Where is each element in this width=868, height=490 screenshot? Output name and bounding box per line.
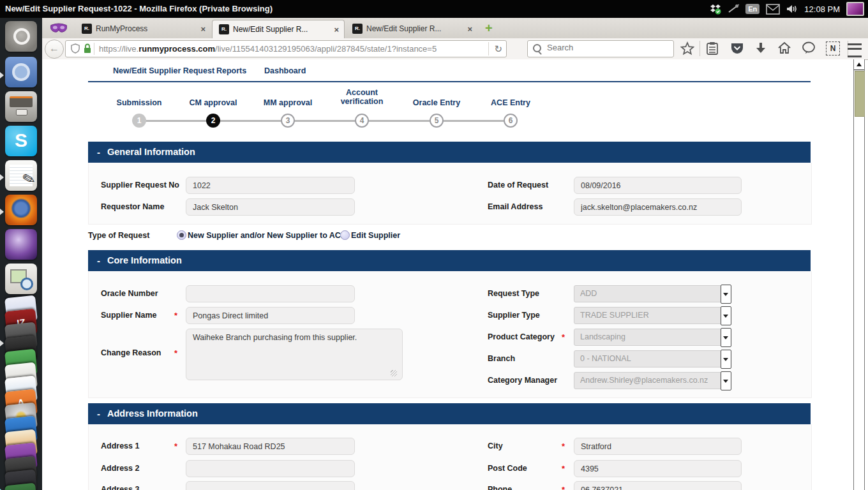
section-general-information[interactable]: - General Information bbox=[88, 142, 811, 163]
dropdown-arrow-icon[interactable] bbox=[721, 285, 731, 304]
hello-chat-icon[interactable] bbox=[802, 41, 816, 57]
supplier-name-input[interactable] bbox=[186, 307, 355, 324]
address2-input[interactable] bbox=[186, 460, 355, 477]
notes-clipper-icon[interactable]: N bbox=[826, 41, 840, 56]
product-category-select[interactable]: Landscaping bbox=[574, 329, 727, 346]
skype-icon[interactable]: S bbox=[5, 126, 37, 156]
address3-input[interactable] bbox=[186, 481, 355, 490]
section-address-information[interactable]: - Address Information bbox=[88, 403, 811, 424]
scroll-up-button[interactable] bbox=[854, 59, 864, 70]
tab-new-edit-supplier-active[interactable]: R. New/Edit Supplier R... × bbox=[212, 20, 345, 39]
bookmark-star-icon[interactable] bbox=[680, 41, 694, 58]
dropdown-arrow-icon[interactable] bbox=[721, 350, 731, 369]
collapse-icon[interactable]: - bbox=[97, 250, 100, 271]
chromium-icon[interactable] bbox=[5, 57, 37, 87]
system-tray: En 12:08 PM bbox=[710, 0, 868, 18]
request-type-select[interactable]: ADD bbox=[574, 285, 727, 302]
radio-new-supplier-label[interactable]: New Supplier and/or New Supplier to ACE bbox=[188, 231, 346, 240]
divider bbox=[94, 43, 94, 55]
network-icon[interactable] bbox=[728, 4, 739, 14]
image-viewer-icon[interactable] bbox=[5, 264, 37, 294]
bookmarks-menu-icon[interactable] bbox=[706, 41, 719, 58]
radio-new-supplier[interactable] bbox=[177, 230, 186, 240]
ubuntu-dash-icon[interactable] bbox=[5, 21, 37, 52]
city-input[interactable] bbox=[574, 438, 742, 455]
supplier-request-no-input[interactable] bbox=[186, 177, 355, 194]
step-label-oracle-entry: Oracle Entry bbox=[398, 98, 475, 107]
clock[interactable]: 12:08 PM bbox=[804, 4, 840, 14]
nav-new-edit-supplier-request[interactable]: New/Edit Supplier Request bbox=[113, 66, 214, 75]
home-icon[interactable] bbox=[777, 41, 791, 57]
textarea-resize-grip[interactable] bbox=[391, 370, 397, 376]
phone-label: Phone bbox=[488, 485, 512, 490]
dropdown-arrow-icon[interactable] bbox=[721, 306, 731, 325]
step-circle-6[interactable]: 6 bbox=[504, 114, 518, 128]
volume-icon[interactable] bbox=[786, 4, 798, 14]
dropdown-arrow-icon[interactable] bbox=[721, 371, 731, 390]
branch-select[interactable]: 0 - NATIONAL bbox=[574, 350, 727, 368]
radio-edit-supplier-label[interactable]: Edit Supplier bbox=[351, 231, 400, 240]
reload-icon[interactable]: ↻ bbox=[488, 42, 502, 56]
section-title: Core Information bbox=[107, 250, 182, 271]
keyboard-layout-indicator[interactable]: En bbox=[745, 4, 760, 14]
tab-new-edit-supplier-2[interactable]: R. New/Edit Supplier R... × bbox=[346, 20, 477, 38]
runmyprocess-favicon: R. bbox=[219, 24, 229, 34]
vertical-scrollbar[interactable] bbox=[853, 59, 865, 490]
tracking-shield-icon[interactable] bbox=[71, 43, 80, 56]
radio-edit-supplier[interactable] bbox=[340, 230, 350, 240]
step-circle-2[interactable]: 2 bbox=[206, 114, 220, 128]
collapse-icon[interactable]: - bbox=[97, 403, 100, 424]
dropbox-icon[interactable] bbox=[710, 3, 721, 15]
section-core-information[interactable]: - Core Information bbox=[88, 250, 811, 271]
category-manager-select[interactable]: Andrew.Shirley@placemakers.co.nz bbox=[574, 372, 727, 389]
back-button[interactable]: ← bbox=[45, 40, 64, 59]
collapse-icon[interactable]: - bbox=[97, 142, 100, 163]
step-circle-3[interactable]: 3 bbox=[281, 114, 295, 128]
search-box[interactable] bbox=[527, 40, 674, 57]
step-circle-4[interactable]: 4 bbox=[355, 114, 369, 128]
email-address-input[interactable] bbox=[574, 198, 742, 216]
close-tab-icon[interactable]: × bbox=[334, 25, 339, 34]
step-label-submission: Submission bbox=[101, 98, 177, 107]
running-indicator bbox=[0, 340, 4, 346]
tab-runmyprocess[interactable]: R. RunMyProcess × bbox=[75, 20, 211, 38]
firefox-icon[interactable] bbox=[5, 195, 37, 225]
downloads-icon[interactable] bbox=[754, 41, 767, 57]
url-text[interactable]: https://live.runmyprocess.com/live/11554… bbox=[99, 41, 482, 57]
messages-icon[interactable] bbox=[766, 4, 780, 15]
oracle-number-label: Oracle Number bbox=[101, 289, 158, 298]
divider bbox=[700, 41, 700, 56]
menu-button[interactable] bbox=[848, 43, 862, 57]
url-bar[interactable]: https://live.runmyprocess.com/live/11554… bbox=[65, 40, 507, 57]
post-code-input[interactable] bbox=[574, 460, 742, 477]
phone-input[interactable] bbox=[574, 481, 742, 490]
requestor-name-input[interactable] bbox=[186, 198, 355, 216]
scrollbar-thumb[interactable] bbox=[855, 71, 865, 117]
date-of-request-input[interactable] bbox=[574, 177, 742, 194]
address1-input[interactable] bbox=[186, 438, 355, 455]
new-tab-button[interactable]: + bbox=[485, 23, 493, 33]
pocket-icon[interactable] bbox=[730, 42, 744, 57]
required-marker: * bbox=[174, 442, 177, 451]
type-of-request-label: Type of Request bbox=[88, 231, 149, 240]
search-input[interactable] bbox=[546, 42, 670, 53]
file-manager-icon[interactable] bbox=[5, 91, 37, 122]
dropdown-arrow-icon[interactable] bbox=[721, 328, 731, 347]
text-editor-icon[interactable]: ✎ bbox=[5, 160, 37, 191]
change-reason-textarea[interactable]: Waiheke Branch purchasing from this supp… bbox=[186, 329, 403, 380]
required-marker: * bbox=[562, 332, 565, 342]
close-tab-icon[interactable]: × bbox=[467, 24, 472, 34]
nav-reports[interactable]: Reports bbox=[216, 66, 246, 75]
step-label-mm-approval: MM approval bbox=[250, 98, 326, 107]
oracle-number-input[interactable] bbox=[186, 285, 355, 302]
nav-dashboard[interactable]: Dashboard bbox=[264, 66, 306, 75]
close-tab-icon[interactable]: × bbox=[200, 24, 206, 34]
launcher-dock: S ✎ IZ A bbox=[0, 18, 42, 490]
https-lock-icon[interactable] bbox=[83, 43, 92, 56]
eclipse-icon[interactable] bbox=[5, 229, 37, 260]
running-indicator bbox=[0, 174, 4, 181]
supplier-type-select[interactable]: TRADE SUPPLIER bbox=[574, 307, 727, 324]
display-icon[interactable] bbox=[846, 2, 864, 16]
step-circle-5[interactable]: 5 bbox=[430, 114, 444, 128]
step-circle-1[interactable]: 1 bbox=[132, 114, 146, 128]
